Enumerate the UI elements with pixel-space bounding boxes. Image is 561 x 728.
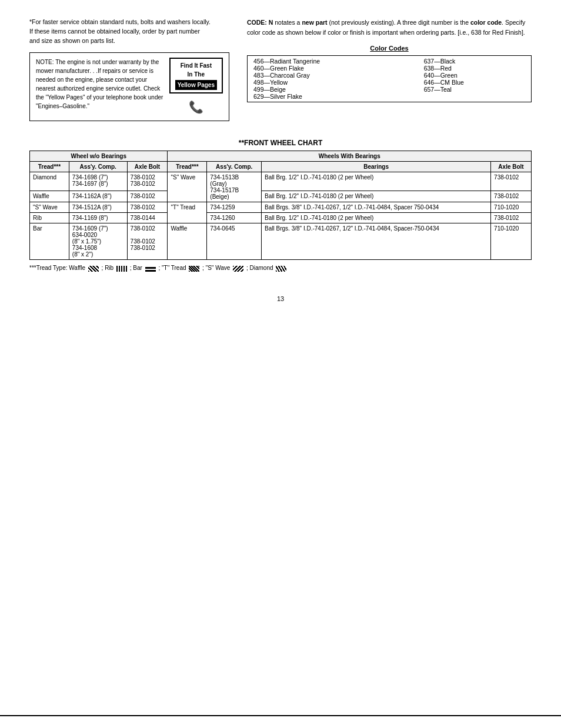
assy-waffle: 734-1162A (8") [69, 191, 127, 202]
assy-s-wave-left: 734-1512A (8") [69, 202, 127, 213]
left-column: *For faster service obtain standard nuts… [29, 18, 229, 121]
col-assy-left: Ass'y. Comp. [69, 162, 127, 172]
find-it-fast-label: Find It Fast [181, 62, 212, 69]
axle-s-wave-left: 738-0102 [127, 202, 168, 213]
axle-bar: 738-0102738-0102738-0102 [127, 223, 168, 260]
assy-bar: 734-1609 (7")634-0020(8" x 1.75")734-160… [69, 223, 127, 260]
s-wave-pattern-icon [233, 266, 243, 272]
tread-diamond: Diamond [30, 172, 69, 191]
top-section: *For faster service obtain standard nuts… [29, 18, 532, 121]
color-codes-title: Color Codes [247, 45, 532, 52]
axle-diamond: 738-0102738-0102 [127, 172, 168, 191]
table-row: Diamond 734-1698 (7")734-1697 (8") 738-0… [30, 172, 532, 191]
col-tread-right: Tread*** [168, 162, 207, 172]
assy-waffle-right: 734-0645 [207, 223, 262, 260]
axle-t-tread-2: 738-0102 [491, 213, 532, 223]
axle-t-tread-1: 710-1020 [491, 202, 532, 213]
tread-bar: Bar [30, 223, 69, 260]
tread-s-wave-right: "S" Wave [168, 172, 207, 202]
engine-warranty-box: NOTE: The engine is not under warranty b… [29, 52, 229, 121]
assy-s-wave-right: 734-1513B(Gray)734-1517B(Beige) [207, 172, 262, 202]
without-bearings-header: Wheel w/o Bearings [30, 151, 168, 162]
page-number: 13 [29, 295, 532, 302]
assy-rib: 734-1169 (8") [69, 213, 127, 223]
assy-diamond: 734-1698 (7")734-1697 (8") [69, 172, 127, 191]
bearings-t-tread-1: Ball Brgs. 3/8" I.D.-741-0267, 1/2" I.D.… [262, 202, 491, 213]
color-codes-table: 456—Radiant Tangerine 460—Green Flake 48… [247, 55, 532, 102]
bearings-s-wave-beige: Ball Brg. 1/2" I.D.-741-0180 (2 per Whee… [262, 191, 491, 202]
tread-s-wave-left: "S" Wave [30, 202, 69, 213]
col-bearings: Bearings [262, 162, 491, 172]
wheel-chart-table: Wheel w/o Bearings Wheels With Bearings … [29, 151, 532, 260]
tread-waffle: Waffle [30, 191, 69, 202]
phone-icon: 📞 [189, 98, 203, 116]
assy-t-tread-1: 734-1259 [207, 202, 262, 213]
tread-rib: Rib [30, 213, 69, 223]
axle-waffle-right: 710-1020 [491, 223, 532, 260]
axle-rib: 738-0144 [127, 213, 168, 223]
yellow-pages-label: Yellow Pages [175, 80, 217, 90]
col-assy-right: Ass'y. Comp. [207, 162, 262, 172]
color-right-col: 637—Black 638—Red 640—Green 646—CM Blue … [418, 55, 532, 102]
rib-pattern-icon [116, 266, 127, 272]
note-line3: and size as shown on parts list. [29, 37, 115, 44]
find-it-fast-box: Find It Fast In The Yellow Pages [169, 58, 223, 93]
table-row: Waffle 734-1162A (8") 738-0102 Ball Brg.… [30, 191, 532, 202]
note-line1: *For faster service obtain standard nuts… [29, 18, 211, 25]
table-row: Bar 734-1609 (7")634-0020(8" x 1.75")734… [30, 223, 532, 260]
bearings-waffle: Ball Brgs. 3/8" I.D.-741-0267, 1/2" I.D.… [262, 223, 491, 260]
t-tread-pattern-icon [189, 266, 199, 272]
tread-t-tread: "T" Tread [168, 202, 207, 223]
bottom-divider [0, 715, 561, 716]
col-axle-left: Axle Bolt [127, 162, 168, 172]
bearings-t-tread-2: Ball Brg. 1/2" I.D.-741-0180 (2 per Whee… [262, 213, 491, 223]
engine-note-text: NOTE: The engine is not under warranty b… [36, 58, 165, 111]
waffle-pattern-icon [88, 266, 99, 272]
tread-waffle-right: Waffle [168, 223, 207, 260]
right-column: CODE: N notates a new part (not previous… [247, 18, 532, 121]
col-axle-right: Axle Bolt [491, 162, 532, 172]
wheel-chart-title: **FRONT WHEEL CHART [29, 139, 532, 147]
in-the-label: In The [188, 71, 205, 78]
table-row: Rib 734-1169 (8") 738-0144 734-1260 Ball… [30, 213, 532, 223]
axle-s-wave-gray: 738-0102 [491, 172, 532, 191]
assy-t-tread-2: 734-1260 [207, 213, 262, 223]
top-note: *For faster service obtain standard nuts… [29, 18, 229, 45]
note-line2: If these items cannot be obtained locall… [29, 28, 200, 35]
axle-waffle: 738-0102 [127, 191, 168, 202]
diamond-pattern-icon [276, 266, 286, 272]
bar-pattern-icon [145, 266, 156, 272]
code-section-text: CODE: N notates a new part (not previous… [247, 18, 532, 38]
color-codes-section: Color Codes 456—Radiant Tangerine 460—Gr… [247, 45, 532, 102]
col-tread-left: Tread*** [30, 162, 69, 172]
bearings-s-wave-gray: Ball Brg. 1/2" I.D.-741-0180 (2 per Whee… [262, 172, 491, 191]
with-bearings-header: Wheels With Bearings [168, 151, 532, 162]
tread-legend: ***Tread Type: Waffle ; Rib ; Bar ; "T" … [29, 265, 532, 271]
color-left-col: 456—Radiant Tangerine 460—Green Flake 48… [248, 55, 418, 102]
wheel-chart-section: **FRONT WHEEL CHART Wheel w/o Bearings W… [29, 139, 532, 271]
axle-s-wave-beige: 738-0102 [491, 191, 532, 202]
table-row: "S" Wave 734-1512A (8") 738-0102 "T" Tre… [30, 202, 532, 213]
